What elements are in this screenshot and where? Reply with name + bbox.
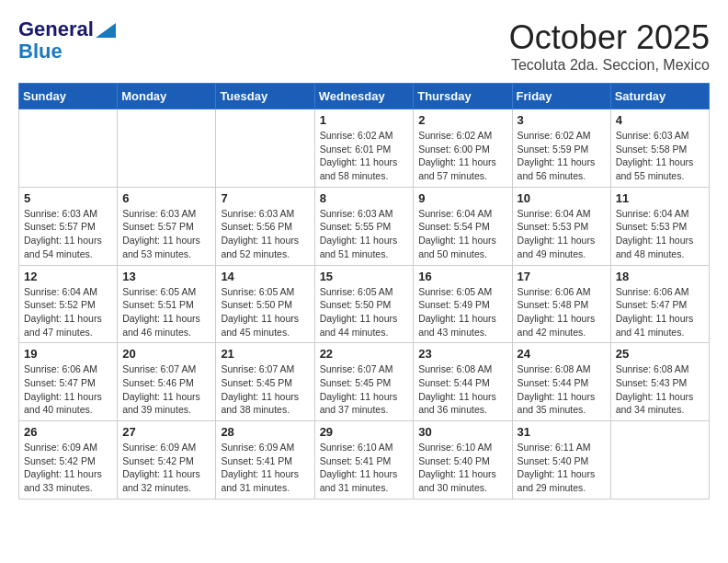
day-info: Sunrise: 6:06 AM Sunset: 5:47 PM Dayligh… bbox=[616, 285, 704, 339]
weekday-header-wednesday: Wednesday bbox=[314, 84, 414, 109]
day-number: 24 bbox=[518, 347, 606, 361]
day-info: Sunrise: 6:07 AM Sunset: 5:46 PM Dayligh… bbox=[122, 362, 210, 417]
month-title: October 2025 bbox=[509, 18, 710, 57]
day-number: 12 bbox=[24, 270, 112, 283]
day-info: Sunrise: 6:07 AM Sunset: 5:45 PM Dayligh… bbox=[221, 362, 309, 417]
calendar-cell: 27Sunrise: 6:09 AM Sunset: 5:42 PM Dayli… bbox=[118, 421, 216, 500]
day-info: Sunrise: 6:02 AM Sunset: 5:59 PM Dayligh… bbox=[518, 129, 606, 183]
calendar-cell: 13Sunrise: 6:05 AM Sunset: 5:51 PM Dayli… bbox=[118, 265, 216, 343]
calendar-cell: 9Sunrise: 6:04 AM Sunset: 5:54 PM Daylig… bbox=[414, 187, 512, 265]
calendar-cell: 2Sunrise: 6:02 AM Sunset: 6:00 PM Daylig… bbox=[414, 109, 512, 188]
weekday-header-monday: Monday bbox=[118, 84, 216, 109]
day-info: Sunrise: 6:05 AM Sunset: 5:51 PM Dayligh… bbox=[122, 285, 210, 339]
weekday-header-tuesday: Tuesday bbox=[216, 84, 314, 109]
day-info: Sunrise: 6:03 AM Sunset: 5:57 PM Dayligh… bbox=[24, 207, 112, 261]
day-info: Sunrise: 6:07 AM Sunset: 5:45 PM Dayligh… bbox=[320, 362, 409, 417]
day-info: Sunrise: 6:11 AM Sunset: 5:40 PM Dayligh… bbox=[518, 441, 606, 495]
day-info: Sunrise: 6:02 AM Sunset: 6:01 PM Dayligh… bbox=[320, 129, 409, 183]
day-number: 10 bbox=[518, 191, 606, 205]
calendar-cell: 3Sunrise: 6:02 AM Sunset: 5:59 PM Daylig… bbox=[512, 109, 610, 188]
calendar-cell bbox=[118, 109, 216, 188]
day-info: Sunrise: 6:09 AM Sunset: 5:41 PM Dayligh… bbox=[221, 441, 309, 495]
day-number: 11 bbox=[616, 191, 704, 205]
weekday-header-saturday: Saturday bbox=[610, 84, 709, 109]
calendar-cell: 23Sunrise: 6:08 AM Sunset: 5:44 PM Dayli… bbox=[414, 343, 512, 421]
calendar-week-1: 1Sunrise: 6:02 AM Sunset: 6:01 PM Daylig… bbox=[19, 109, 710, 188]
day-number: 19 bbox=[24, 347, 112, 361]
logo-general: General bbox=[18, 18, 94, 40]
calendar-cell: 19Sunrise: 6:06 AM Sunset: 5:47 PM Dayli… bbox=[19, 343, 118, 421]
calendar-cell: 26Sunrise: 6:09 AM Sunset: 5:42 PM Dayli… bbox=[19, 421, 118, 500]
day-info: Sunrise: 6:10 AM Sunset: 5:41 PM Dayligh… bbox=[320, 441, 409, 495]
day-info: Sunrise: 6:10 AM Sunset: 5:40 PM Dayligh… bbox=[418, 441, 506, 495]
day-number: 15 bbox=[320, 270, 409, 283]
day-info: Sunrise: 6:04 AM Sunset: 5:54 PM Dayligh… bbox=[418, 207, 506, 261]
day-info: Sunrise: 6:06 AM Sunset: 5:48 PM Dayligh… bbox=[518, 285, 606, 339]
day-number: 14 bbox=[221, 270, 309, 283]
day-info: Sunrise: 6:02 AM Sunset: 6:00 PM Dayligh… bbox=[418, 129, 506, 183]
day-number: 13 bbox=[122, 270, 210, 283]
calendar-cell: 16Sunrise: 6:05 AM Sunset: 5:49 PM Dayli… bbox=[414, 265, 512, 343]
day-number: 2 bbox=[418, 113, 506, 127]
day-number: 3 bbox=[518, 113, 606, 127]
day-number: 31 bbox=[518, 425, 606, 439]
calendar-cell: 6Sunrise: 6:03 AM Sunset: 5:57 PM Daylig… bbox=[118, 187, 216, 265]
day-number: 17 bbox=[518, 270, 606, 283]
day-info: Sunrise: 6:03 AM Sunset: 5:55 PM Dayligh… bbox=[320, 207, 409, 261]
day-info: Sunrise: 6:03 AM Sunset: 5:56 PM Dayligh… bbox=[221, 207, 309, 261]
day-number: 5 bbox=[24, 191, 112, 205]
day-number: 30 bbox=[418, 425, 506, 439]
day-number: 22 bbox=[320, 347, 409, 361]
calendar-cell bbox=[19, 109, 118, 188]
calendar-cell: 4Sunrise: 6:03 AM Sunset: 5:58 PM Daylig… bbox=[610, 109, 709, 188]
logo-blue: Blue bbox=[18, 40, 63, 63]
day-number: 23 bbox=[418, 347, 506, 361]
day-info: Sunrise: 6:04 AM Sunset: 5:53 PM Dayligh… bbox=[518, 207, 606, 261]
day-number: 18 bbox=[616, 270, 704, 283]
calendar-cell: 29Sunrise: 6:10 AM Sunset: 5:41 PM Dayli… bbox=[314, 421, 414, 500]
day-number: 16 bbox=[418, 270, 506, 283]
day-info: Sunrise: 6:06 AM Sunset: 5:47 PM Dayligh… bbox=[24, 362, 112, 417]
day-info: Sunrise: 6:05 AM Sunset: 5:50 PM Dayligh… bbox=[320, 285, 409, 339]
calendar-cell: 28Sunrise: 6:09 AM Sunset: 5:41 PM Dayli… bbox=[216, 421, 314, 500]
calendar-week-4: 19Sunrise: 6:06 AM Sunset: 5:47 PM Dayli… bbox=[19, 343, 710, 421]
day-info: Sunrise: 6:08 AM Sunset: 5:44 PM Dayligh… bbox=[518, 362, 606, 417]
calendar-cell: 22Sunrise: 6:07 AM Sunset: 5:45 PM Dayli… bbox=[314, 343, 414, 421]
day-number: 27 bbox=[122, 425, 210, 439]
calendar-cell: 18Sunrise: 6:06 AM Sunset: 5:47 PM Dayli… bbox=[610, 265, 709, 343]
day-number: 8 bbox=[320, 191, 409, 205]
day-info: Sunrise: 6:03 AM Sunset: 5:58 PM Dayligh… bbox=[616, 129, 704, 183]
calendar-cell: 21Sunrise: 6:07 AM Sunset: 5:45 PM Dayli… bbox=[216, 343, 314, 421]
day-info: Sunrise: 6:05 AM Sunset: 5:49 PM Dayligh… bbox=[418, 285, 506, 339]
calendar-cell: 8Sunrise: 6:03 AM Sunset: 5:55 PM Daylig… bbox=[314, 187, 414, 265]
calendar-cell: 31Sunrise: 6:11 AM Sunset: 5:40 PM Dayli… bbox=[512, 421, 610, 500]
weekday-header-sunday: Sunday bbox=[19, 84, 118, 109]
calendar-cell: 1Sunrise: 6:02 AM Sunset: 6:01 PM Daylig… bbox=[314, 109, 414, 188]
day-number: 21 bbox=[221, 347, 309, 361]
day-info: Sunrise: 6:04 AM Sunset: 5:52 PM Dayligh… bbox=[24, 285, 112, 339]
logo-icon bbox=[96, 23, 116, 38]
title-section: October 2025 Tecoluta 2da. Seccion, Mexi… bbox=[509, 18, 710, 74]
calendar-cell: 17Sunrise: 6:06 AM Sunset: 5:48 PM Dayli… bbox=[512, 265, 610, 343]
calendar-cell: 12Sunrise: 6:04 AM Sunset: 5:52 PM Dayli… bbox=[19, 265, 118, 343]
calendar-week-2: 5Sunrise: 6:03 AM Sunset: 5:57 PM Daylig… bbox=[19, 187, 710, 265]
day-number: 28 bbox=[221, 425, 309, 439]
day-info: Sunrise: 6:04 AM Sunset: 5:53 PM Dayligh… bbox=[616, 207, 704, 261]
day-info: Sunrise: 6:03 AM Sunset: 5:57 PM Dayligh… bbox=[122, 207, 210, 261]
calendar-cell: 5Sunrise: 6:03 AM Sunset: 5:57 PM Daylig… bbox=[19, 187, 118, 265]
calendar-cell bbox=[610, 421, 709, 500]
location-title: Tecoluta 2da. Seccion, Mexico bbox=[509, 57, 710, 74]
calendar-week-5: 26Sunrise: 6:09 AM Sunset: 5:42 PM Dayli… bbox=[19, 421, 710, 500]
logo: General Blue bbox=[18, 18, 116, 63]
day-info: Sunrise: 6:09 AM Sunset: 5:42 PM Dayligh… bbox=[122, 441, 210, 495]
page-header: General Blue October 2025 Tecoluta 2da. … bbox=[18, 18, 710, 74]
calendar-cell: 30Sunrise: 6:10 AM Sunset: 5:40 PM Dayli… bbox=[414, 421, 512, 500]
calendar-cell: 10Sunrise: 6:04 AM Sunset: 5:53 PM Dayli… bbox=[512, 187, 610, 265]
calendar-cell: 25Sunrise: 6:08 AM Sunset: 5:43 PM Dayli… bbox=[610, 343, 709, 421]
calendar-cell: 14Sunrise: 6:05 AM Sunset: 5:50 PM Dayli… bbox=[216, 265, 314, 343]
day-info: Sunrise: 6:05 AM Sunset: 5:50 PM Dayligh… bbox=[221, 285, 309, 339]
calendar-cell: 24Sunrise: 6:08 AM Sunset: 5:44 PM Dayli… bbox=[512, 343, 610, 421]
weekday-header-friday: Friday bbox=[512, 84, 610, 109]
day-number: 9 bbox=[418, 191, 506, 205]
calendar-cell bbox=[216, 109, 314, 188]
